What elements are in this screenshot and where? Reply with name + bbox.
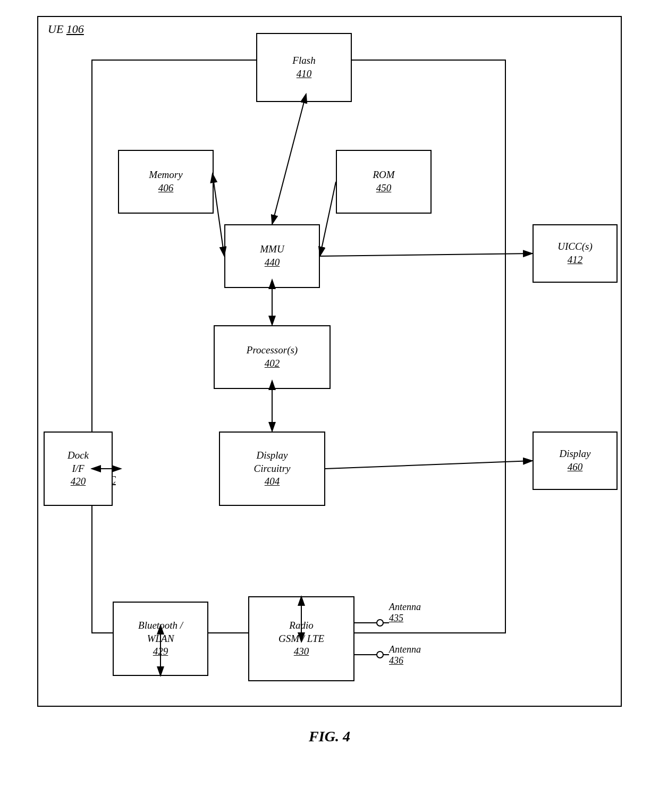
display-label: Display bbox=[559, 447, 590, 461]
dock-label: DockI/F bbox=[67, 449, 89, 475]
display-circ-ref: 404 bbox=[265, 475, 280, 488]
antenna1-name: Antenna bbox=[389, 602, 421, 612]
uicc-ref: 412 bbox=[568, 253, 583, 267]
processor-ref: 402 bbox=[265, 357, 280, 370]
display-circ-box: DisplayCircuitry 404 bbox=[219, 432, 325, 506]
uicc-label: UICC(s) bbox=[557, 240, 592, 253]
processor-label: Processor(s) bbox=[247, 344, 298, 357]
antenna2-ref: 436 bbox=[389, 655, 403, 666]
antenna1-ref: 435 bbox=[389, 613, 403, 623]
flash-label: Flash bbox=[292, 54, 315, 67]
radio-box: RadioGSM / LTE 430 bbox=[248, 596, 354, 681]
fig-label-text: FIG. 4 bbox=[309, 728, 350, 745]
uicc-box: UICC(s) 412 bbox=[533, 224, 618, 283]
diagram-outer: UE 106 SOC 400 Flash 410 Memory 406 ROM … bbox=[37, 16, 622, 707]
rom-label: ROM bbox=[373, 168, 394, 182]
antenna2-circle bbox=[377, 652, 383, 658]
processor-box: Processor(s) 402 bbox=[214, 325, 331, 389]
radio-label: RadioGSM / LTE bbox=[278, 619, 324, 645]
antenna2-label: Antenna 436 bbox=[389, 644, 421, 666]
bt-box: Bluetooth /WLAN 429 bbox=[113, 602, 208, 676]
flash-box: Flash 410 bbox=[256, 33, 352, 102]
flash-ref: 410 bbox=[297, 67, 312, 81]
display-ref: 460 bbox=[568, 461, 583, 474]
mmu-ref: 440 bbox=[265, 256, 280, 269]
memory-ref: 406 bbox=[158, 182, 174, 195]
fig-label: FIG. 4 bbox=[309, 728, 350, 745]
mmu-label: MMU bbox=[260, 243, 284, 256]
bt-label: Bluetooth /WLAN bbox=[138, 619, 183, 645]
display-circ-label: DisplayCircuitry bbox=[254, 449, 291, 475]
rom-box: ROM 450 bbox=[336, 150, 432, 214]
ue-ref: 106 bbox=[66, 22, 84, 36]
antenna1-label: Antenna 435 bbox=[389, 602, 421, 624]
page-container: UE 106 SOC 400 Flash 410 Memory 406 ROM … bbox=[16, 16, 643, 745]
rom-ref: 450 bbox=[376, 182, 392, 195]
antenna2-name: Antenna bbox=[389, 644, 421, 655]
mmu-box: MMU 440 bbox=[224, 224, 320, 288]
dock-ref: 420 bbox=[71, 475, 86, 488]
bt-ref: 429 bbox=[153, 645, 168, 658]
dock-box: DockI/F 420 bbox=[44, 432, 113, 506]
radio-ref: 430 bbox=[294, 645, 309, 658]
display-box: Display 460 bbox=[533, 432, 618, 490]
ue-label: UE 106 bbox=[48, 22, 84, 36]
memory-label: Memory bbox=[149, 168, 182, 182]
memory-box: Memory 406 bbox=[118, 150, 214, 214]
